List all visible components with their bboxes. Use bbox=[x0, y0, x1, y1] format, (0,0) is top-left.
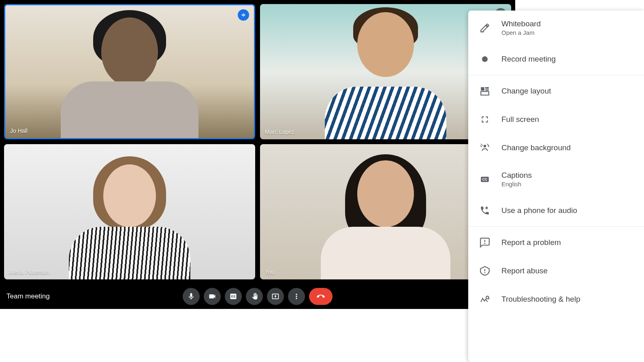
menu-label: Troubleshooting & help bbox=[501, 295, 580, 304]
mic-button[interactable] bbox=[183, 288, 200, 305]
menu-label: Report abuse bbox=[501, 266, 548, 275]
meeting-name-label: Team meeting bbox=[6, 292, 50, 300]
menu-item-troubleshoot[interactable]: Troubleshooting & help bbox=[468, 285, 644, 313]
video-grid: Jo Hall Marc Lopez Alena Patterson You bbox=[0, 0, 515, 283]
svg-line-20 bbox=[488, 298, 489, 299]
menu-divider bbox=[468, 75, 644, 75]
svg-rect-6 bbox=[485, 89, 489, 91]
menu-label: Captions bbox=[501, 171, 532, 180]
participant-name-label: Alena Patterson bbox=[9, 269, 49, 275]
menu-item-whiteboard[interactable]: Whiteboard Open a Jam bbox=[468, 11, 644, 45]
more-options-menu: Whiteboard Open a Jam Record meeting Cha… bbox=[468, 11, 644, 362]
menu-label: Use a phone for audio bbox=[501, 206, 577, 215]
menu-item-phone[interactable]: Use a phone for audio bbox=[468, 196, 644, 225]
end-call-button[interactable] bbox=[309, 288, 333, 305]
meeting-container: Jo Hall Marc Lopez Alena Patterson You T bbox=[0, 0, 515, 309]
participant-name-label: Marc Lopez bbox=[265, 129, 294, 135]
record-icon bbox=[480, 54, 490, 64]
background-icon bbox=[480, 143, 490, 153]
menu-item-record[interactable]: Record meeting bbox=[468, 45, 644, 73]
present-button[interactable] bbox=[267, 288, 284, 305]
menu-label: Change background bbox=[501, 143, 571, 152]
raise-hand-button[interactable] bbox=[246, 288, 263, 305]
fullscreen-icon bbox=[480, 114, 490, 125]
bottom-bar: Team meeting bbox=[0, 283, 515, 309]
svg-line-11 bbox=[480, 146, 482, 147]
menu-label: Record meeting bbox=[501, 55, 556, 64]
captions-icon: CC bbox=[480, 174, 490, 185]
svg-rect-1 bbox=[243, 13, 244, 17]
svg-line-9 bbox=[481, 144, 482, 145]
svg-point-16 bbox=[484, 243, 486, 244]
more-options-button[interactable] bbox=[288, 288, 305, 305]
svg-rect-5 bbox=[485, 87, 489, 89]
svg-point-8 bbox=[484, 145, 486, 147]
camera-button[interactable] bbox=[204, 288, 221, 305]
menu-item-report-abuse[interactable]: Report abuse bbox=[468, 257, 644, 285]
phone-icon bbox=[480, 205, 490, 216]
menu-item-report-problem[interactable]: Report a problem bbox=[468, 228, 644, 257]
menu-item-background[interactable]: Change background bbox=[468, 134, 644, 162]
feedback-icon bbox=[480, 237, 490, 248]
menu-sublabel: English bbox=[501, 181, 532, 187]
menu-label: Change layout bbox=[501, 87, 551, 96]
menu-divider bbox=[468, 226, 644, 227]
svg-point-18 bbox=[484, 272, 486, 273]
captions-button[interactable] bbox=[225, 288, 242, 305]
menu-sublabel: Open a Jam bbox=[501, 29, 541, 36]
svg-text:CC: CC bbox=[482, 177, 488, 181]
svg-rect-0 bbox=[242, 14, 243, 16]
participant-name-label: You bbox=[265, 269, 275, 275]
speaking-icon bbox=[238, 9, 249, 21]
menu-item-captions[interactable]: CC Captions English bbox=[468, 162, 644, 196]
pencil-icon bbox=[480, 23, 490, 33]
svg-line-12 bbox=[488, 146, 489, 147]
menu-label: Whiteboard bbox=[501, 19, 541, 28]
svg-rect-4 bbox=[481, 87, 484, 91]
menu-label: Full screen bbox=[501, 115, 539, 124]
participant-name-label: Jo Hall bbox=[10, 128, 28, 134]
menu-item-layout[interactable]: Change layout bbox=[468, 77, 644, 105]
abuse-icon bbox=[480, 266, 490, 276]
troubleshoot-icon bbox=[480, 294, 490, 305]
video-tile-participant-1[interactable]: Jo Hall bbox=[4, 4, 255, 139]
video-feed bbox=[5, 5, 254, 138]
video-feed bbox=[4, 144, 255, 279]
call-controls bbox=[183, 288, 333, 305]
video-tile-participant-3[interactable]: Alena Patterson bbox=[4, 144, 255, 279]
menu-label: Report a problem bbox=[501, 238, 561, 247]
layout-icon bbox=[480, 86, 490, 96]
svg-rect-7 bbox=[481, 92, 489, 95]
svg-rect-2 bbox=[244, 14, 245, 16]
menu-item-fullscreen[interactable]: Full screen bbox=[468, 105, 644, 134]
svg-line-10 bbox=[487, 144, 488, 145]
